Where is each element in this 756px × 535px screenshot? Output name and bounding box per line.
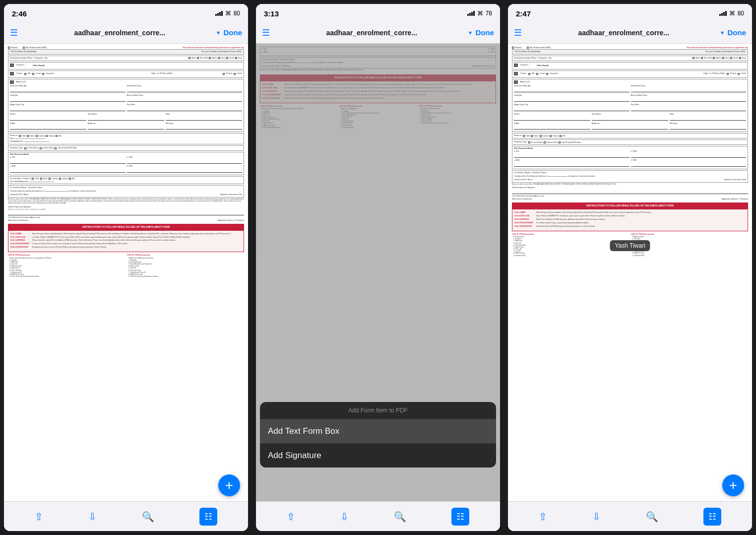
- add-text-form-box-item[interactable]: Add Text Form Box: [260, 419, 496, 444]
- right-panel: 2:47 ⌘ 80 ☰ aadhaar_enrolment_corre... ▾…: [508, 4, 752, 531]
- left-fab-button[interactable]: +: [218, 474, 240, 496]
- left-status-bar: 2:46 ⌘ 80: [4, 4, 248, 22]
- left-menu-icon[interactable]: ☰: [10, 27, 18, 38]
- left-form-content: Resident Non Resident Indian (NRI*) Plea…: [4, 44, 248, 280]
- middle-download-icon[interactable]: ⇩: [340, 511, 349, 523]
- left-verifier: Verifier's Name and Signature: (Verifier…: [8, 206, 244, 222]
- signal-icon: [215, 11, 223, 16]
- left-bottom-toolbar: ⇧ ⇩ 🔍 ☷: [4, 501, 248, 531]
- left-address-section: 6 Address C/o House No./ Bldg / Apt: Str…: [8, 79, 244, 133]
- middle-time: 3:13: [264, 9, 279, 18]
- left-panel: 2:46 ⌘ 80 ☰ aadhaar_enrolment_corre... ▾…: [4, 4, 248, 531]
- middle-instructions-content: Field 1 NAME Write full name without sal…: [260, 81, 496, 103]
- wifi-icon: ⌘: [225, 10, 231, 17]
- right-fab-button[interactable]: +: [722, 474, 744, 496]
- left-instructions-bar: INSTRUCTIONS TO FOLLOW WHILE FILLING UP …: [8, 224, 244, 230]
- right-wifi-icon: ⌘: [729, 10, 735, 17]
- left-fab-plus-icon: +: [225, 477, 233, 493]
- middle-share-icon[interactable]: ⇧: [287, 511, 295, 523]
- left-hof-section: For HoF Based - Details of: Father Mothe…: [8, 176, 244, 185]
- left-document-page: Resident Non Resident Indian (NRI*) Plea…: [4, 44, 248, 501]
- middle-nav-bar: ☰ aadhaar_enrolment_corre... ▾ Done: [256, 22, 500, 44]
- right-form-content: Resident Non Resident Indian (NRI*) Plea…: [508, 44, 752, 260]
- right-nav-title: aadhaar_enrolment_corre...: [527, 29, 721, 37]
- middle-nav-dropdown-icon[interactable]: ▾: [469, 29, 472, 36]
- left-nav-title: aadhaar_enrolment_corre...: [23, 29, 217, 37]
- middle-signal-icon: [467, 11, 475, 16]
- left-search-icon[interactable]: 🔍: [142, 511, 154, 523]
- right-document-area: Resident Non Resident Indian (NRI*) Plea…: [508, 44, 752, 501]
- right-signal-icon: [719, 11, 727, 16]
- left-instructions-content: Field 1 NAME Write full name without sal…: [8, 230, 244, 252]
- add-signature-item[interactable]: Add Signature: [260, 444, 496, 468]
- right-download-icon[interactable]: ⇩: [592, 511, 601, 523]
- right-menu-icon[interactable]: ☰: [514, 27, 522, 38]
- middle-grid-icon[interactable]: ☷: [451, 508, 469, 526]
- left-intro-section: For Introducer Based – Introducer's Name…: [8, 185, 244, 198]
- popup-menu-overlay: Add Form Item to PDF Add Text Form Box A…: [256, 402, 500, 471]
- left-nav-bar: ☰ aadhaar_enrolment_corre... ▾ Done: [4, 22, 248, 44]
- right-status-icons: ⌘ 80: [719, 10, 744, 17]
- middle-form-content: a. POI b. POA c. DOB d. POR For Introduc…: [256, 44, 500, 132]
- middle-instructions-bar: INSTRUCTIONS TO FOLLOW WHILE FILLING UP …: [260, 74, 496, 81]
- popup-header: Add Form Item to PDF: [260, 402, 496, 419]
- right-search-icon[interactable]: 🔍: [646, 511, 658, 523]
- left-disclosure: Disclosure under section 3(2) of THE AAD…: [8, 199, 244, 204]
- middle-document-area: a. POI b. POA c. DOB d. POR For Introduc…: [256, 44, 500, 501]
- right-hof-section: For Introducer Based – Introducer's Name…: [512, 170, 748, 183]
- middle-status-icons: ⌘ 78: [467, 10, 492, 17]
- tooltip-bubble: Yash Tiwari: [610, 240, 650, 251]
- right-fab-plus-icon: +: [729, 477, 737, 493]
- resident-checkbox[interactable]: [8, 47, 10, 49]
- right-done-button[interactable]: Done: [728, 28, 747, 37]
- popup-menu: Add Form Item to PDF Add Text Form Box A…: [260, 402, 496, 468]
- left-download-icon[interactable]: ⇩: [88, 511, 97, 523]
- middle-search-icon[interactable]: 🔍: [394, 511, 406, 523]
- left-biometric-section: 2.1 Biometric Update (Photo + Fingerprin…: [8, 56, 244, 61]
- non-resident-checkbox[interactable]: [23, 47, 25, 49]
- middle-done-button[interactable]: Done: [476, 28, 495, 37]
- middle-menu-icon[interactable]: ☰: [262, 27, 270, 38]
- right-bottom-toolbar: ⇧ ⇩ 🔍 ☷: [508, 501, 752, 531]
- middle-panel: 3:13 ⌘ 78 ☰ aadhaar_enrolment_corre... ▾…: [256, 4, 500, 531]
- right-instructions-bar: INSTRUCTIONS TO FOLLOW WHILE FILLING UP …: [512, 202, 748, 209]
- left-done-button[interactable]: Done: [224, 28, 243, 37]
- right-document-page: Resident Non Resident Indian (NRI*) Plea…: [508, 44, 752, 501]
- middle-wifi-icon: ⌘: [477, 10, 483, 17]
- right-nav-dropdown-icon[interactable]: ▾: [721, 29, 724, 36]
- right-nav-bar: ☰ aadhaar_enrolment_corre... ▾ Done: [508, 22, 752, 44]
- battery-left: 80: [234, 10, 240, 17]
- middle-bottom-toolbar: ⇧ ⇩ 🔍 ☷: [256, 501, 500, 531]
- left-details-section: Details of: Father Mother Guardian Husba…: [8, 133, 244, 144]
- left-grid-icon[interactable]: ☷: [199, 508, 217, 526]
- right-battery: 80: [738, 10, 744, 17]
- left-gender-section: 4 Gender: Male Female Transgender 5 Age:…: [8, 70, 244, 78]
- left-share-icon[interactable]: ⇧: [35, 511, 43, 523]
- middle-lists: LIST A: PSI Documents POI (Proof of Iden…: [260, 105, 496, 129]
- left-doc-section: 8 For Document Based a. POI b. POA c. DO…: [8, 152, 244, 175]
- right-status-bar: 2:47 ⌘ 80: [508, 4, 752, 22]
- left-time: 2:46: [12, 9, 27, 18]
- left-verification-section: Verification Type: Document Based Introd…: [8, 145, 244, 151]
- middle-battery: 78: [486, 10, 492, 17]
- left-status-icons: ⌘ 80: [215, 10, 240, 17]
- left-name-section: 3 Full Name: Yash Joseph: [8, 62, 244, 69]
- right-grid-icon[interactable]: ☷: [703, 508, 721, 526]
- left-document-area: Resident Non Resident Indian (NRI*) Plea…: [4, 44, 248, 501]
- right-share-icon[interactable]: ⇧: [539, 511, 547, 523]
- middle-nav-title: aadhaar_enrolment_corre...: [275, 29, 469, 37]
- left-lists: LIST A: PSI Documents POI (Proof of Iden…: [8, 254, 244, 277]
- left-nav-dropdown-icon[interactable]: ▾: [217, 29, 220, 36]
- left-row1: 1 Pre Enrollment ID (if applicable): 2 I…: [8, 49, 244, 55]
- right-time: 2:47: [516, 9, 531, 18]
- middle-hof-section: For Introducer Based – Introducer's Name…: [260, 57, 496, 69]
- middle-status-bar: 3:13 ⌘ 78: [256, 4, 500, 22]
